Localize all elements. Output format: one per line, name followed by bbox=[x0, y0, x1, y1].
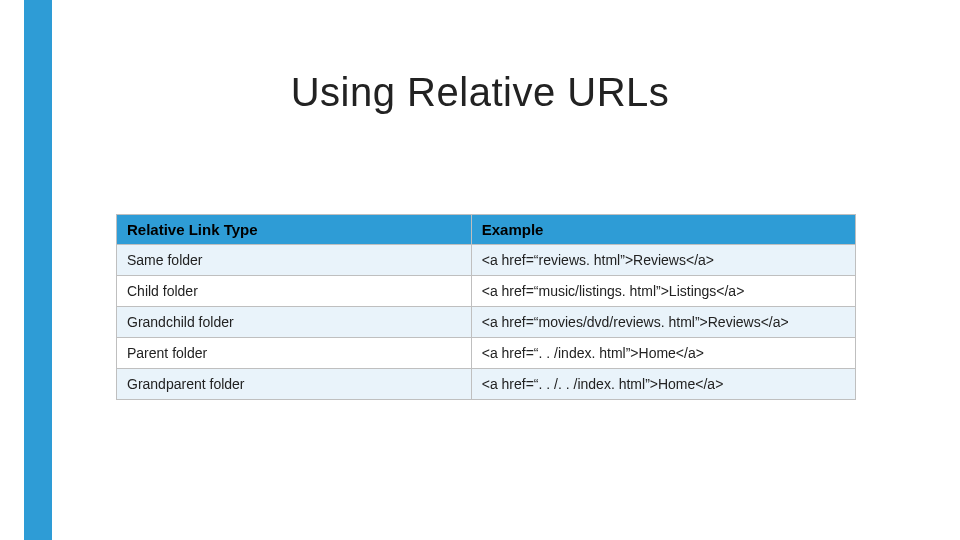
table-row: Grandparent folder <a href=“. . /. . /in… bbox=[117, 369, 856, 400]
cell-example: <a href=“. . /. . /index. html”>Home</a> bbox=[471, 369, 855, 400]
table-row: Grandchild folder <a href=“movies/dvd/re… bbox=[117, 307, 856, 338]
cell-example: <a href=“reviews. html”>Reviews</a> bbox=[471, 245, 855, 276]
cell-link-type: Same folder bbox=[117, 245, 472, 276]
table-header-row: Relative Link Type Example bbox=[117, 215, 856, 245]
cell-link-type: Grandparent folder bbox=[117, 369, 472, 400]
table-row: Child folder <a href=“music/listings. ht… bbox=[117, 276, 856, 307]
cell-example: <a href=“music/listings. html”>Listings<… bbox=[471, 276, 855, 307]
cell-link-type: Child folder bbox=[117, 276, 472, 307]
table-header-example: Example bbox=[471, 215, 855, 245]
cell-link-type: Parent folder bbox=[117, 338, 472, 369]
page-title: Using Relative URLs bbox=[0, 70, 960, 115]
cell-link-type: Grandchild folder bbox=[117, 307, 472, 338]
cell-example: <a href=“movies/dvd/reviews. html”>Revie… bbox=[471, 307, 855, 338]
table-row: Parent folder <a href=“. . /index. html”… bbox=[117, 338, 856, 369]
relative-urls-table: Relative Link Type Example Same folder <… bbox=[116, 214, 856, 400]
table-row: Same folder <a href=“reviews. html”>Revi… bbox=[117, 245, 856, 276]
cell-example: <a href=“. . /index. html”>Home</a> bbox=[471, 338, 855, 369]
table-header-type: Relative Link Type bbox=[117, 215, 472, 245]
